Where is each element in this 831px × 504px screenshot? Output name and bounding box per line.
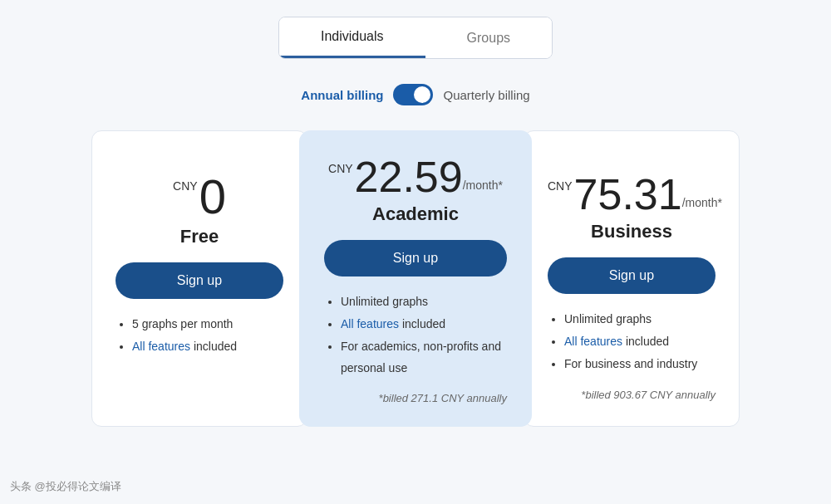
business-signup-button[interactable]: Sign up	[548, 257, 715, 294]
business-billed-note: *billed 903.67 CNY annually	[548, 389, 715, 401]
free-features-list: 5 graphs per month All features included	[116, 314, 283, 357]
quarterly-billing-label: Quarterly billing	[443, 88, 529, 102]
business-plan-card: CNY 75.31 /month* Business Sign up Unlim…	[524, 130, 740, 427]
annual-billing-label: Annual billing	[301, 88, 383, 102]
tabs-container: Individuals Groups	[278, 17, 553, 59]
billing-toggle[interactable]	[393, 84, 433, 105]
business-currency: CNY	[548, 179, 573, 193]
academic-period: /month*	[463, 179, 503, 192]
academic-features-list: Unlimited graphs All features included F…	[324, 291, 507, 379]
business-price-area: CNY 75.31 /month*	[548, 173, 715, 216]
academic-price-area: CNY 22.59 /month*	[324, 155, 507, 198]
toggle-track	[393, 84, 433, 105]
free-plan-name: Free	[116, 226, 283, 247]
all-features-link-business[interactable]: All features	[564, 335, 622, 348]
list-item: All features included	[132, 336, 283, 357]
academic-price: 22.59	[355, 155, 463, 198]
academic-signup-button[interactable]: Sign up	[324, 240, 507, 276]
list-item: All features included	[341, 314, 507, 335]
list-item: For business and industry	[564, 354, 715, 374]
list-item: Unlimited graphs	[564, 309, 715, 330]
list-item: Unlimited graphs	[341, 291, 507, 312]
academic-plan-card: CNY 22.59 /month* Academic Sign up Unlim…	[299, 130, 532, 427]
toggle-thumb	[414, 86, 430, 103]
business-price: 75.31	[574, 173, 682, 216]
list-item: For academics, non-profits and personal …	[341, 336, 507, 378]
business-features-list: Unlimited graphs All features included F…	[548, 309, 715, 375]
free-currency: CNY	[173, 179, 198, 193]
free-signup-button[interactable]: Sign up	[116, 262, 283, 299]
academic-plan-name: Academic	[324, 203, 507, 225]
all-features-link-academic[interactable]: All features	[341, 317, 399, 330]
free-price-area: CNY 0	[116, 173, 283, 221]
free-price: 0	[199, 173, 226, 221]
list-item: All features included	[564, 331, 715, 352]
list-item: 5 graphs per month	[132, 314, 283, 335]
business-period: /month*	[682, 196, 722, 209]
academic-currency: CNY	[328, 162, 353, 175]
free-plan-card: CNY 0 Free Sign up 5 graphs per month Al…	[91, 130, 307, 427]
tab-groups[interactable]: Groups	[425, 17, 552, 58]
business-plan-name: Business	[548, 221, 715, 242]
all-features-link-free[interactable]: All features	[132, 340, 190, 353]
pricing-cards: CNY 0 Free Sign up 5 graphs per month Al…	[91, 130, 740, 427]
academic-billed-note: *billed 271.1 CNY annually	[324, 392, 507, 404]
watermark: 头条 @投必得论文编译	[10, 479, 121, 494]
tab-individuals[interactable]: Individuals	[279, 17, 425, 58]
billing-row: Annual billing Quarterly billing	[301, 84, 529, 105]
